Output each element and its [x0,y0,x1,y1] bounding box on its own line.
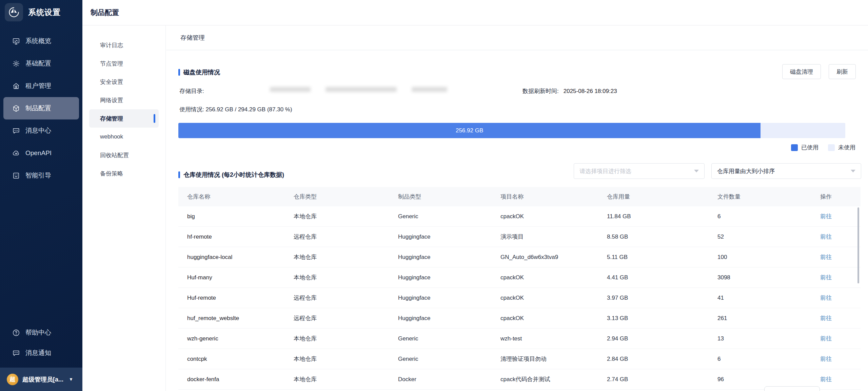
gear-icon [12,60,20,68]
table-scrollbar[interactable] [857,207,859,283]
cell-repo-name: huggingface-local [187,254,294,261]
goto-link[interactable]: 前往 [820,295,832,301]
cell-file-count: 6 [717,213,820,220]
legend-used-label: 已使用 [801,144,818,151]
sidebar-item-help-center[interactable]: 帮助中心 [0,322,82,343]
disk-cleanup-button[interactable]: 磁盘清理 [782,64,821,79]
disk-usage-bar: 256.92 GB [178,123,845,138]
legend-free-label: 未使用 [838,144,855,151]
app-title: 系统设置 [28,7,61,18]
chevron-down-icon [851,170,855,172]
table-row: big 本地仓库 Generic cpackOK 11.84 GB 6 前往 [178,206,861,227]
cell-repo-type: 本地仓库 [294,253,398,261]
tenant-icon [12,82,20,90]
cell-usage: 3.97 GB [607,295,717,301]
repo-table: 仓库名称 仓库类型 制品类型 项目名称 仓库用量 文件数量 操作 big 本地仓… [178,187,861,390]
goto-link[interactable]: 前往 [820,376,832,383]
sidebar-item-smart-guide[interactable]: 智能引导 [0,164,82,187]
cell-project-name: cpackOK [500,315,607,322]
sidebar-item-label: 消息通知 [25,349,51,357]
chat-icon [12,127,20,135]
column-header-actions: 操作 [820,193,861,201]
cell-usage: 3.13 GB [607,315,717,322]
monitor-icon [12,37,20,45]
column-header-repo-name: 仓库名称 [187,193,294,201]
cell-project-name: cpackOK [500,274,607,281]
goto-link[interactable]: 前往 [820,335,832,342]
cell-artifact-type: Huggingface [398,295,500,301]
sidebar-item-basic-config[interactable]: 基础配置 [0,52,82,75]
goto-link[interactable]: 前往 [820,356,832,362]
package-icon [12,105,20,112]
cell-project-name: GN_Auto_d6w6x3tva9 [500,254,607,261]
project-filter-select[interactable]: 请选择项目进行筛选 [574,163,705,179]
cell-artifact-type: Generic [398,213,500,220]
top-header: 制品配置 [82,0,868,25]
submenu-item-node-management[interactable]: 节点管理 [89,54,159,73]
cell-file-count: 96 [717,376,820,383]
main-content: 存储管理 磁盘使用情况 磁盘清理 刷新 存储目录: 数据刷新时间:2025-08… [166,25,868,391]
cell-artifact-type: Huggingface [398,254,500,261]
table-row: docker-fenfa 本地仓库 Docker cpack代码合并测试 2.7… [178,369,861,390]
cell-repo-name: hf-remote [187,234,294,240]
sort-select[interactable]: 仓库用量由大到小排序 [711,163,861,179]
sidebar-item-message-center[interactable]: 消息中心 [0,119,82,142]
app-logo[interactable]: 系统设置 [5,3,61,21]
app-root: 系统设置 系统概览 基础配置 租户管理 制品配置 消息中心 OpenAPI 智能… [0,0,868,391]
guide-icon [12,172,20,180]
column-header-project-name: 项目名称 [500,193,607,201]
sidebar-item-openapi[interactable]: OpenAPI [0,142,82,164]
cloud-api-icon [12,149,20,157]
goto-link[interactable]: 前往 [820,254,832,260]
chat-icon [12,349,20,357]
submenu-item-recycle-bin-config[interactable]: 回收站配置 [89,146,159,164]
goto-link[interactable]: 前往 [820,213,832,220]
goto-link[interactable]: 前往 [820,315,832,321]
cell-artifact-type: Huggingface [398,274,500,281]
storage-dir-redacted-value [270,87,447,92]
cell-repo-type: 远程仓库 [294,314,398,322]
cell-file-count: 41 [717,295,820,301]
submenu-item-storage-management[interactable]: 存储管理 [89,109,159,128]
usage-summary: 使用情况: 256.92 GB / 294.29 GB (87.30 %) [179,106,292,113]
submenu-item-audit-logs[interactable]: 审计日志 [89,36,159,54]
refresh-button[interactable]: 刷新 [829,64,856,79]
disk-usage-section-title: 磁盘使用情况 [178,68,220,76]
goto-link[interactable]: 前往 [820,234,832,240]
legend-free-swatch [828,144,835,151]
cell-repo-name: wzh-generic [187,335,294,342]
cell-usage: 2.74 GB [607,376,717,383]
column-header-file-count: 文件数量 [717,193,820,201]
cell-file-count: 261 [717,315,820,322]
pagination-page-size-select[interactable] [764,386,820,391]
disk-used-label: 256.92 GB [456,127,483,134]
sidebar-item-label: 制品配置 [25,104,51,113]
cell-repo-type: 远程仓库 [294,294,398,302]
table-header: 仓库名称 仓库类型 制品类型 项目名称 仓库用量 文件数量 操作 [178,187,861,206]
cell-usage: 8.58 GB [607,234,717,240]
submenu-item-webhook[interactable]: webhook [89,128,159,146]
user-name: 超级管理员[a... [22,375,63,384]
submenu-item-network-settings[interactable]: 网络设置 [89,91,159,109]
cell-repo-type: 本地仓库 [294,355,398,363]
cell-usage: 4.41 GB [607,274,717,281]
sidebar-item-notifications[interactable]: 消息通知 [0,343,82,363]
storage-dir-label: 存储目录: [179,87,204,95]
submenu-item-backup-policy[interactable]: 备份策略 [89,164,159,183]
column-header-usage: 仓库用量 [607,193,717,201]
user-menu[interactable]: 超 超级管理员[a... ▼ [0,368,82,391]
sidebar-item-artifact-config[interactable]: 制品配置 [3,97,79,119]
cell-repo-type: 本地仓库 [294,274,398,281]
cell-project-name: cpackOK [500,213,607,220]
sidebar-item-label: 租户管理 [25,81,51,90]
disk-usage-legend: 已使用 未使用 [791,144,855,151]
sidebar-footer-nav: 帮助中心 消息通知 [0,322,82,363]
sidebar: 系统设置 系统概览 基础配置 租户管理 制品配置 消息中心 OpenAPI 智能… [0,0,82,391]
cell-artifact-type: Huggingface [398,234,500,240]
sidebar-item-label: 帮助中心 [25,328,51,337]
goto-link[interactable]: 前往 [820,274,832,281]
sidebar-item-system-overview[interactable]: 系统概览 [0,30,82,52]
submenu-item-security-settings[interactable]: 安全设置 [89,73,159,91]
cell-repo-name: Huf-remote [187,295,294,301]
sidebar-item-tenant-management[interactable]: 租户管理 [0,75,82,97]
